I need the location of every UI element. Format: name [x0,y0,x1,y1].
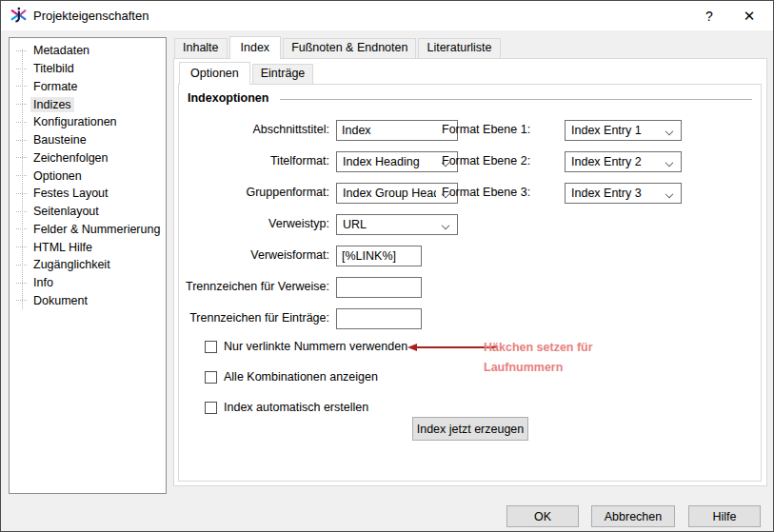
chevron-down-icon [442,222,449,229]
chevron-down-icon [665,128,673,135]
tab-literaturliste[interactable]: Literaturliste [418,38,500,58]
cancel-button[interactable]: Abbrechen [591,505,675,527]
format-ebene-2-label: Format Ebene 2: [442,154,558,167]
tab-eintraege[interactable]: Einträge [252,64,314,84]
annotation-line-2: Laufnummern [484,358,626,378]
verweistyp-label: Verweistyp: [182,217,329,230]
window-help-button[interactable]: ? [690,1,728,30]
tab-optionen[interactable]: Optionen [179,62,250,85]
format-ebene-1-select[interactable]: Index Entry 1 [565,120,682,141]
verweisformat-input[interactable] [336,246,422,266]
annotation-text: Häkchen setzen für Laufnummern [484,338,626,378]
annotation-line-1: Häkchen setzen für [484,338,626,358]
abschnittstitel-label: Abschnittstitel: [182,123,329,136]
group-title-indexoptionen: Indexoptionen [188,91,268,105]
abschnittstitel-input[interactable] [336,120,458,141]
sidebar-item-titelbild[interactable]: Titelbild [10,60,166,78]
ok-button[interactable]: OK [506,505,579,527]
verweisformat-label: Verweisformat: [182,248,329,262]
window-close-button[interactable]: ✕ [730,1,768,30]
nur-verlinkte-nummern-checkbox[interactable] [205,341,217,353]
sidebar-item-formate[interactable]: Formate [10,78,166,96]
category-tree: Metadaten Titelbild Formate Indizes Konf… [9,37,167,494]
sidebar-item-indizes[interactable]: Indizes [10,95,166,113]
gruppenformat-select[interactable]: Index Group Headir [336,183,458,204]
window-title: Projekteigenschaften [33,9,149,23]
sidebar-item-zugaenglichkeit[interactable]: Zugänglichkeit [10,256,166,274]
titelformat-label: Titelformat: [182,154,329,167]
tree-connector-line [22,49,23,309]
trennzeichen-eintraege-label: Trennzeichen für Einträge: [182,311,329,325]
trennzeichen-verweise-input[interactable] [336,277,422,298]
tab-fussnoten-endnoten[interactable]: Fußnoten & Endnoten [283,38,416,58]
jutoh-app-icon [10,7,28,25]
tab-inhalte[interactable]: Inhalte [174,38,228,58]
sidebar-item-zeichenfolgen[interactable]: Zeichenfolgen [10,149,166,167]
group-title-rule [280,99,752,100]
chevron-down-icon [665,159,673,167]
sidebar-item-festes-layout[interactable]: Festes Layout [10,185,166,203]
chevron-down-icon [665,190,673,198]
checkbox-row-index-automatisch[interactable]: Index automatisch erstellen [205,401,368,414]
trennzeichen-eintraege-input[interactable] [336,308,422,329]
help-button[interactable]: Hilfe [688,505,761,527]
checkbox-label: Alle Kombinationen anzeigen [224,370,378,384]
project-properties-dialog: Projekteigenschaften ? ✕ Metadaten Titel… [0,0,774,532]
sidebar-item-html-hilfe[interactable]: HTML Hilfe [10,238,166,256]
format-ebene-3-label: Format Ebene 3: [442,186,558,199]
sidebar-item-metadaten[interactable]: Metadaten [10,42,166,60]
trennzeichen-verweise-label: Trennzeichen für Verweise: [182,280,329,293]
sidebar-item-seitenlayout[interactable]: Seitenlayout [10,203,166,221]
sidebar-item-optionen[interactable]: Optionen [10,167,166,185]
checkbox-row-nur-verlinkte-nummern[interactable]: Nur verlinkte Nummern verwenden [205,340,407,353]
sidebar-item-felder-nummerierung[interactable]: Felder & Nummerierung [10,221,166,239]
index-automatisch-checkbox[interactable] [205,402,217,414]
titelformat-select[interactable]: Index Heading [336,151,458,172]
checkbox-row-alle-kombinationen[interactable]: Alle Kombinationen anzeigen [205,370,378,384]
sidebar-item-bausteine[interactable]: Bausteine [10,131,166,149]
main-tab-bar: Inhalte Index Fußnoten & Endnoten Litera… [174,36,503,58]
sub-tab-bar: Optionen Einträge [179,62,315,84]
index-jetzt-erzeugen-button[interactable]: Index jetzt erzeugen [412,417,528,441]
gruppenformat-label: Gruppenformat: [182,186,329,199]
format-ebene-3-select[interactable]: Index Entry 3 [565,183,682,204]
format-ebene-1-label: Format Ebene 1: [442,123,558,136]
tab-index[interactable]: Index [229,36,282,59]
sidebar-item-konfigurationen[interactable]: Konfigurationen [10,113,166,131]
alle-kombinationen-checkbox[interactable] [205,371,217,384]
checkbox-label: Nur verlinkte Nummern verwenden [224,340,407,353]
sidebar-item-dokument[interactable]: Dokument [10,292,166,310]
verweistyp-select[interactable]: URL [336,214,458,235]
format-ebene-2-select[interactable]: Index Entry 2 [565,151,682,172]
title-bar: Projekteigenschaften ? ✕ [1,1,773,30]
sidebar-item-info[interactable]: Info [10,274,166,292]
checkbox-label: Index automatisch erstellen [224,401,368,414]
